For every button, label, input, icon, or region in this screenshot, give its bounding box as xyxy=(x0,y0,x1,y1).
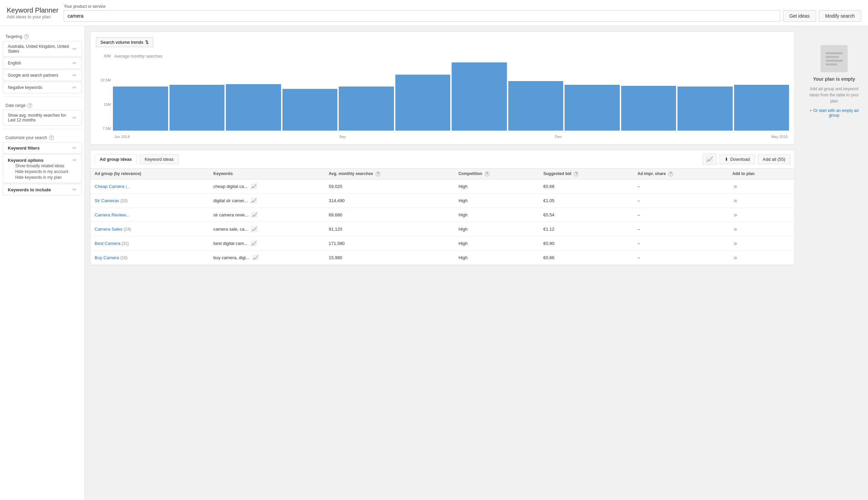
sidebar-item-network[interactable]: Google and search partners ✏ xyxy=(3,69,82,81)
date-range-section: Date range ? xyxy=(0,100,84,109)
date-range-help-icon[interactable]: ? xyxy=(27,103,32,108)
keywords-trend-icon-1[interactable]: 📈 xyxy=(251,198,257,203)
negative-keywords-edit-icon[interactable]: ✏ xyxy=(72,85,77,90)
keywords-to-include-edit-icon[interactable]: ✏ xyxy=(72,187,77,192)
location-edit-icon[interactable]: ✏ xyxy=(72,46,77,52)
ad-group-badge-3: (24) xyxy=(124,227,131,232)
td-avg-monthly-4: 171,580 xyxy=(325,236,455,250)
chart-bar xyxy=(113,87,168,130)
negative-keywords-text: Negative keywords xyxy=(8,85,42,90)
td-avg-monthly-1: 314,490 xyxy=(325,193,455,208)
plan-empty-desc: Add ad group and keyword ideas from the … xyxy=(806,86,863,104)
tab-keyword-ideas[interactable]: Keyword ideas xyxy=(140,154,179,164)
sidebar-item-negative-keywords[interactable]: Negative keywords ✏ xyxy=(3,82,82,93)
targeting-help-icon[interactable]: ? xyxy=(24,34,29,39)
keywords-text-1: digital slr camer... xyxy=(213,198,247,203)
plan-start-link[interactable]: + Or start with an empty ad group xyxy=(806,108,863,118)
td-add-to-plan-5: » xyxy=(728,250,795,264)
keywords-trend-icon-2[interactable]: 📈 xyxy=(252,212,257,217)
trend-chart-button[interactable]: 📈 xyxy=(703,154,717,165)
td-suggested-bid-5: €0.86 xyxy=(539,250,633,264)
app-title: Keyword Planner Add ideas to your plan xyxy=(7,7,58,19)
keyword-options-edit-icon[interactable]: ✏ xyxy=(72,157,77,163)
sidebar-item-location[interactable]: Australia, United Kingdom, United States… xyxy=(3,41,82,57)
language-text: English xyxy=(8,61,21,66)
td-keywords-4: best digital cam... 📈 xyxy=(209,236,324,250)
avg-monthly-help-icon[interactable]: ? xyxy=(376,172,380,177)
ad-group-link-3[interactable]: Camera Sales xyxy=(95,227,123,232)
td-ad-impr-share-3: – xyxy=(633,222,728,236)
add-to-plan-btn-4[interactable]: » xyxy=(732,240,739,247)
date-range-text: Show avg. monthly searches for: Last 12 … xyxy=(8,113,72,123)
app-subtitle: Add ideas to your plan xyxy=(7,14,58,19)
plan-empty-icon xyxy=(821,45,848,72)
table-row: Camera Review... slr camera revie... 📈 6… xyxy=(91,208,795,222)
customize-help-icon[interactable]: ? xyxy=(49,135,54,140)
table-row: Cheap Camera (... cheap digital ca... 📈 … xyxy=(91,179,795,193)
suggested-bid-help-icon[interactable]: ? xyxy=(574,172,578,177)
download-icon: ⬇ xyxy=(725,157,728,162)
td-ad-group-4: Best Camera (31) xyxy=(91,236,209,250)
search-input[interactable] xyxy=(64,10,780,22)
table-row: Best Camera (31) best digital cam... 📈 1… xyxy=(91,236,795,250)
add-to-plan-btn-5[interactable]: » xyxy=(732,254,739,261)
ad-group-link-0[interactable]: Cheap Camera xyxy=(95,184,125,189)
td-competition-3: High xyxy=(454,222,539,236)
keywords-trend-icon-4[interactable]: 📈 xyxy=(251,240,257,246)
keywords-trend-icon-3[interactable]: 📈 xyxy=(251,226,257,232)
sidebar-keyword-options: Keyword options ✏ Show broadly related i… xyxy=(3,154,82,183)
chart-bar xyxy=(508,81,564,130)
td-add-to-plan-3: » xyxy=(728,222,795,236)
add-to-plan-btn-3[interactable]: » xyxy=(732,226,739,233)
table-row: Buy Camera (16) buy camera, digi... 📈 15… xyxy=(91,250,795,264)
x-label-3: May 2015 xyxy=(771,135,788,139)
ad-group-link-5[interactable]: Buy Camera xyxy=(95,255,119,260)
ad-group-link-1[interactable]: Slr Cameras xyxy=(95,198,119,203)
tab-ad-group-ideas[interactable]: Ad group ideas xyxy=(95,154,137,164)
td-competition-5: High xyxy=(454,250,539,264)
get-ideas-button[interactable]: Get ideas xyxy=(783,10,816,22)
chart-x-axis: Jun 2014 Sep Dec May 2015 xyxy=(113,135,789,139)
plan-icon-line-3 xyxy=(826,60,843,62)
keywords-trend-icon-5[interactable]: 📈 xyxy=(253,255,258,260)
keywords-text-2: slr camera revie... xyxy=(213,212,248,217)
td-competition-2: High xyxy=(454,208,539,222)
keywords-text-0: cheap digital ca... xyxy=(213,184,247,189)
add-to-plan-btn-1[interactable]: » xyxy=(732,197,739,204)
table-card: Ad group ideas Keyword ideas 📈 ⬇ Downloa… xyxy=(90,150,795,265)
modify-search-button[interactable]: Modify search xyxy=(819,10,861,22)
keywords-trend-icon-0[interactable]: 📈 xyxy=(251,183,257,189)
ad-group-link-2[interactable]: Camera Review... xyxy=(95,212,129,217)
sidebar-keywords-to-include[interactable]: Keywords to include ✏ xyxy=(3,184,82,195)
th-ad-group: Ad group (by relevance) xyxy=(91,169,209,179)
sidebar-item-date-range[interactable]: Show avg. monthly searches for: Last 12 … xyxy=(3,110,82,125)
td-competition-0: High xyxy=(454,179,539,193)
td-suggested-bid-4: €0.90 xyxy=(539,236,633,250)
download-label: Download xyxy=(730,157,750,162)
td-ad-group-2: Camera Review... xyxy=(91,208,209,222)
keyword-options-header: Keyword options ✏ xyxy=(8,157,77,163)
td-avg-monthly-2: 69,680 xyxy=(325,208,455,222)
chart-bar xyxy=(452,62,507,130)
add-to-plan-btn-0[interactable]: » xyxy=(732,183,739,190)
ad-group-link-4[interactable]: Best Camera xyxy=(95,241,120,246)
language-edit-icon[interactable]: ✏ xyxy=(72,60,77,66)
date-range-edit-icon[interactable]: ✏ xyxy=(72,115,77,121)
td-ad-impr-share-2: – xyxy=(633,208,728,222)
ad-impr-help-icon[interactable]: ? xyxy=(668,172,673,177)
add-to-plan-btn-2[interactable]: » xyxy=(732,211,739,218)
competition-help-icon[interactable]: ? xyxy=(485,172,490,177)
download-button[interactable]: ⬇ Download xyxy=(719,154,755,164)
network-edit-icon[interactable]: ✏ xyxy=(72,72,77,78)
chart-bar xyxy=(565,85,620,130)
table-row: Camera Sales (24) camera sale, ca... 📈 9… xyxy=(91,222,795,236)
sidebar-keyword-filters[interactable]: Keyword filters ✏ xyxy=(3,142,82,154)
td-keywords-2: slr camera revie... 📈 xyxy=(209,208,324,222)
chart-dropdown-button[interactable]: Search volume trends ⇅ xyxy=(96,37,153,47)
chart-bar xyxy=(170,85,225,130)
add-all-button[interactable]: Add all (55) xyxy=(758,154,790,164)
sidebar-item-language[interactable]: English ✏ xyxy=(3,57,82,69)
ad-group-badge-5: (16) xyxy=(120,255,127,260)
plan-icon-line-1 xyxy=(826,52,843,54)
keyword-filters-edit-icon[interactable]: ✏ xyxy=(72,145,77,151)
